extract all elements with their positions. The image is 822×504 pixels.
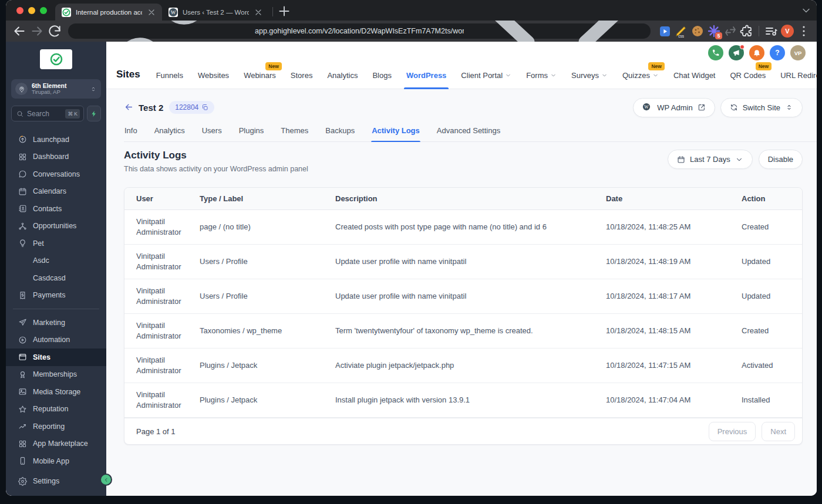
sidebar-item[interactable]: Sites <box>6 349 106 366</box>
previous-button[interactable]: Previous <box>709 422 756 441</box>
topnav-item[interactable]: Quizzes New <box>622 71 659 80</box>
table-row[interactable]: VinitpatilAdministrator Users / Profile … <box>124 279 802 314</box>
date-filter-button[interactable]: Last 7 Days <box>668 150 753 169</box>
sidebar-item[interactable]: Calendars <box>6 183 106 201</box>
launchpad-icon <box>18 135 27 144</box>
sidebar-item[interactable]: App Marketplace <box>6 435 106 453</box>
sidebar-item[interactable]: Memberships <box>6 366 106 384</box>
location-switcher[interactable]: 6th Element Tirupati, AP <box>11 79 101 99</box>
sidebar-item[interactable]: Dashboard <box>6 148 106 166</box>
table-row[interactable]: VinitpatilAdministrator Plugins / Jetpac… <box>124 349 802 383</box>
sidebar-item[interactable]: Payments <box>6 287 106 305</box>
quick-actions-button[interactable] <box>87 106 101 121</box>
sidebar-collapse-button[interactable] <box>100 473 112 486</box>
notifications-button[interactable] <box>749 45 764 60</box>
new-tab-button[interactable] <box>277 4 292 19</box>
site-tab[interactable]: Backups <box>325 121 355 141</box>
topnav-item[interactable]: Analytics <box>327 71 358 80</box>
sidebar-item[interactable]: Opportunities <box>6 218 106 235</box>
extension-badge: 5 <box>715 32 722 40</box>
phone-button[interactable] <box>708 45 723 60</box>
sidebar-item[interactable]: Launchpad <box>6 131 106 148</box>
forward-nav-icon[interactable] <box>29 23 45 39</box>
table-row[interactable]: VinitpatilAdministrator Plugins / Jetpac… <box>124 383 802 418</box>
switch-site-button[interactable]: Switch Site <box>720 98 803 117</box>
reload-icon[interactable] <box>47 23 62 39</box>
topnav-item[interactable]: Forms <box>526 71 557 80</box>
topnav-item[interactable]: WordPress <box>406 71 446 80</box>
tab-close-icon[interactable] <box>147 8 156 17</box>
help-button[interactable]: ? <box>770 45 785 60</box>
site-tab[interactable]: Analytics <box>154 121 186 141</box>
sidebar-item-settings[interactable]: Settings <box>6 473 106 491</box>
url-bar[interactable]: app.gohighlevel.com/v2/location/D2WapWIs… <box>68 23 651 39</box>
next-button[interactable]: Next <box>762 422 795 441</box>
sidebar-item[interactable]: Casdcasd <box>6 269 106 287</box>
search-input[interactable] <box>27 110 62 118</box>
sidebar-item[interactable]: Media Storage <box>6 383 106 401</box>
copy-icon[interactable] <box>201 104 208 111</box>
cell-description: Created posts with post type page with n… <box>324 210 594 244</box>
bolt-icon <box>90 110 97 117</box>
minimize-window-button[interactable] <box>28 7 35 14</box>
wp-admin-button[interactable]: W WP Admin <box>633 98 715 117</box>
close-window-button[interactable] <box>16 7 23 14</box>
cookie-extension-icon[interactable] <box>690 24 705 38</box>
column-header: Type / Label <box>188 188 324 209</box>
table-row[interactable]: VinitpatilAdministrator page / (no title… <box>124 210 802 245</box>
payments-icon <box>18 291 27 300</box>
topnav-item[interactable]: Webinars New <box>244 71 276 80</box>
browser-tab[interactable]: W Users ‹ Test 2 — WordPress <box>162 4 269 21</box>
agency-logo[interactable] <box>40 49 72 69</box>
css-pencil-extension-icon[interactable]: css <box>674 24 688 38</box>
site-tab[interactable]: Users <box>201 121 223 141</box>
calendar-icon <box>677 155 685 164</box>
sidebar-item[interactable]: Automation <box>6 332 106 349</box>
extensions-puzzle-icon[interactable] <box>740 24 754 38</box>
sidebar-item[interactable]: Pet <box>6 235 106 252</box>
recycle-extension-icon[interactable] <box>723 24 737 38</box>
topnav-item[interactable]: Websites <box>198 71 229 80</box>
sidebar-item[interactable]: Reputation <box>6 401 106 418</box>
topnav-item[interactable]: Chat Widget <box>673 71 716 80</box>
kebab-menu-icon[interactable] <box>797 24 811 38</box>
media-playlist-icon[interactable] <box>764 24 778 38</box>
sidebar-item[interactable]: Asdc <box>6 252 106 270</box>
topnav-item[interactable]: Stores <box>291 71 313 80</box>
announcements-button[interactable] <box>729 45 744 60</box>
sidebar-item[interactable]: Conversations <box>6 165 106 183</box>
topnav-item[interactable]: Client Portal <box>461 71 511 80</box>
extension-doc[interactable] <box>658 24 672 38</box>
topnav-item[interactable]: Funnels <box>156 71 183 80</box>
tab-close-icon[interactable] <box>254 8 263 17</box>
browser-profile-avatar[interactable]: V <box>780 24 794 38</box>
site-tab[interactable]: Themes <box>280 121 309 141</box>
user-avatar[interactable]: VP <box>790 45 806 60</box>
tab-search-button[interactable] <box>800 5 812 16</box>
site-tab[interactable]: Advanced Settings <box>436 121 501 141</box>
disable-button[interactable]: Disable <box>759 150 803 169</box>
toolbar-separator <box>759 26 759 36</box>
table-row[interactable]: VinitpatilAdministrator Taxonomies / wp_… <box>124 314 802 349</box>
back-nav-icon[interactable] <box>12 23 27 39</box>
sidebar-item[interactable]: Reporting <box>6 418 106 435</box>
browser-tab[interactable]: Internal production account [ <box>55 4 162 21</box>
site-tab[interactable]: Info <box>124 121 138 141</box>
breadcrumb: Test 2 122804 W WP Admin Switch <box>124 96 803 119</box>
spark-extension[interactable]: 5 <box>707 24 721 38</box>
table-row[interactable]: VinitpatilAdministrator Users / Profile … <box>124 245 802 279</box>
zoom-window-button[interactable] <box>40 7 47 14</box>
topnav-item[interactable]: Surveys <box>571 71 608 80</box>
site-tabs: Info Analytics Users Plugins Themes Back… <box>124 121 817 142</box>
topnav-item[interactable]: QR Codes New <box>730 71 766 80</box>
site-tab[interactable]: Plugins <box>238 121 265 141</box>
site-tab[interactable]: Activity Logs <box>371 121 420 141</box>
sidebar-item[interactable]: Contacts <box>6 200 106 218</box>
sidebar-item[interactable]: Marketing <box>6 314 106 332</box>
topnav-item[interactable]: URL Redirects <box>780 71 817 80</box>
site-id-badge[interactable]: 122804 <box>169 101 214 114</box>
topnav-item[interactable]: Blogs <box>372 71 392 80</box>
sidebar-item[interactable]: Mobile App <box>6 452 106 470</box>
sidebar-search[interactable]: ⌘ K <box>11 106 84 121</box>
back-button[interactable] <box>124 102 134 113</box>
